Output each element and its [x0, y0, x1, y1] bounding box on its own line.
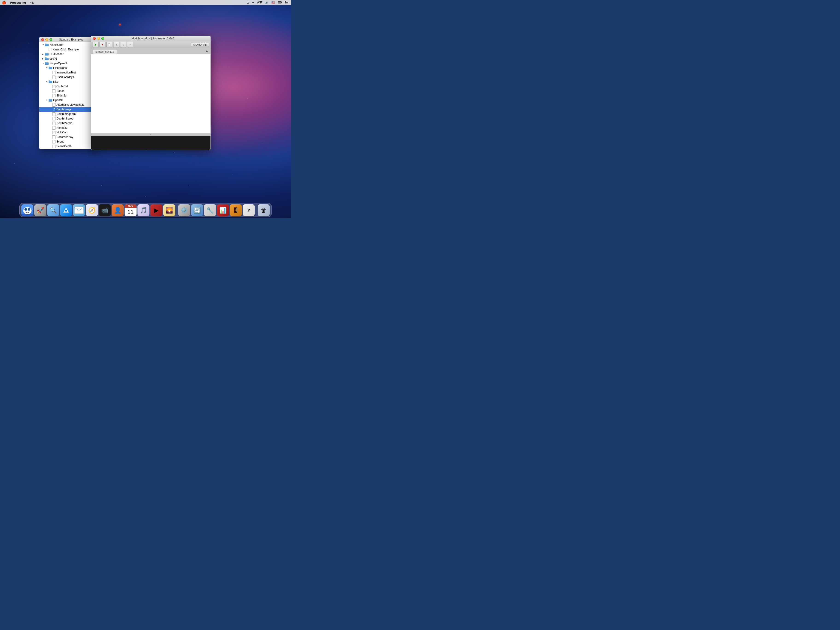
menubar-bluetooth: ✦: [252, 1, 254, 4]
tree-item-depthimagexml[interactable]: DepthImageXml: [39, 112, 99, 116]
tree-item-recorderplay[interactable]: RecorderPlay: [39, 135, 99, 139]
tree-item-oscp5[interactable]: ▶ oscP5: [39, 57, 99, 61]
dock-nuage[interactable]: 🎛: [230, 204, 242, 216]
svg-point-13: [65, 210, 67, 212]
tree-label-openni: OpenNI: [53, 99, 63, 102]
tree-item-alternativeviewpoint3c[interactable]: AlternativeViewpoint3c: [39, 103, 99, 107]
menubar-app-name[interactable]: Processing: [10, 1, 26, 5]
dock-itunes[interactable]: 🎵: [137, 204, 150, 216]
tree-item-openni[interactable]: ▼ OpenNI: [39, 98, 99, 103]
tree-item-simpleopenni[interactable]: ▼ SimpleOpenNI: [39, 61, 99, 66]
dock-separator-2: [256, 205, 256, 215]
tree-item-scenedepth[interactable]: SceneDepth: [39, 144, 99, 148]
tree-item-hands3d[interactable]: Hands3d: [39, 125, 99, 130]
ide-console: [91, 136, 210, 150]
dock-finder[interactable]: [21, 204, 33, 216]
ide-tab-sketch[interactable]: sketch_nov11a: [93, 49, 117, 54]
examples-tree: ▼ KinectOrbit KinectOrbit_Example ▶ OBJL…: [39, 42, 99, 149]
dock-trash[interactable]: 🗑: [258, 204, 270, 216]
open-button[interactable]: ↑: [113, 42, 119, 47]
tree-label-oscp5: oscP5: [49, 57, 57, 60]
tree-label-usercoordsys: UserCoordsys: [57, 76, 74, 79]
tree-item-multicam[interactable]: MultiCam: [39, 130, 99, 135]
tree-label-alternativeviewpoint3c: AlternativeViewpoint3c: [57, 103, 84, 106]
file-icon-intersectiontest: [52, 71, 55, 74]
ide-close-button[interactable]: [93, 37, 96, 40]
dock-sysprefs[interactable]: ⚙️: [178, 204, 190, 216]
tree-label-kinectorbit: KinectOrbit: [49, 43, 63, 46]
tree-label-multicam: MultiCam: [57, 131, 68, 134]
arrow-nite: ▼: [46, 81, 49, 83]
tree-label-hands: Hands: [57, 89, 65, 93]
dock-processing[interactable]: P: [243, 204, 255, 216]
mode-badge[interactable]: STANDARD: [191, 43, 209, 47]
tree-label-extensions: Extensions: [53, 66, 67, 69]
dock-iphoto[interactable]: 🌄: [163, 204, 175, 216]
calendar-widget: NOV 11: [125, 204, 137, 216]
tree-item-kinectorbit-example[interactable]: KinectOrbit_Example: [39, 47, 99, 52]
tree-item-depthimage[interactable]: DepthImage: [39, 107, 99, 112]
folder-icon-objloader: [45, 53, 49, 55]
arrow-extensions: ▼: [46, 67, 49, 69]
menubar-file[interactable]: File: [30, 1, 35, 5]
arrow-simpleopenni: ▼: [42, 62, 45, 65]
close-button[interactable]: [41, 38, 44, 41]
tree-item-hands[interactable]: Hands: [39, 88, 99, 93]
tree-item-depthinfrared[interactable]: DepthInfrared: [39, 116, 99, 121]
tree-item-intersectiontest[interactable]: IntersectionTest: [39, 70, 99, 75]
dock-instastats[interactable]: 📊: [217, 204, 229, 216]
tree-item-extensions[interactable]: ▼ Extensions: [39, 66, 99, 70]
tree-item-slider2d[interactable]: Slider2d: [39, 93, 99, 98]
ide-editor[interactable]: [91, 54, 210, 133]
dock-dvd[interactable]: ▶: [150, 204, 162, 216]
folder-icon-nite: [49, 81, 52, 83]
ide-tab-arrow[interactable]: ▶: [204, 49, 209, 54]
tree-label-intersectiontest: IntersectionTest: [57, 71, 76, 74]
ide-tabs: sketch_nov11a ▶: [91, 48, 210, 54]
dock-preview[interactable]: 🔍: [47, 204, 59, 216]
file-icon-scene: [52, 140, 55, 144]
tree-item-scene[interactable]: Scene: [39, 139, 99, 144]
tree-item-circlectrl[interactable]: CircleCtrl: [39, 84, 99, 88]
menubar: 🍎 Processing File ◷ ✦ WiFi 🔊 🇺🇸 ⌨ Sun: [0, 0, 291, 5]
tree-item-nite[interactable]: ▼ Nite: [39, 79, 99, 84]
export-button[interactable]: →: [127, 42, 133, 47]
tree-label-recorderplay: RecorderPlay: [57, 136, 73, 139]
tree-label-simpleopenni: SimpleOpenNI: [49, 62, 68, 65]
svg-point-12: [29, 209, 30, 210]
tree-item-objloader[interactable]: ▶ OBJLoader: [39, 52, 99, 57]
file-icon-circlectrl: [52, 85, 55, 88]
stop-button[interactable]: ■: [99, 42, 106, 47]
tree-item-usercoordsys[interactable]: UserCoordsys: [39, 75, 99, 79]
tree-label-kinectorbit-example: KinectOrbit_Example: [53, 48, 79, 51]
dock-facetime[interactable]: 📹: [99, 204, 111, 216]
file-icon-depthimage: [52, 108, 55, 111]
dock-calendar[interactable]: NOV 11: [125, 204, 137, 216]
file-icon-depthimagexml: [52, 112, 55, 116]
dock-migration[interactable]: 🔄: [191, 204, 203, 216]
dock-separator: [177, 205, 177, 215]
folder-icon-simpleopenni: [45, 62, 49, 65]
folder-icon-kinectorbit: [45, 44, 49, 46]
save-button[interactable]: ↓: [120, 42, 126, 47]
new-button[interactable]: [106, 42, 112, 47]
tree-item-depthmap3d[interactable]: DepthMap3d: [39, 121, 99, 125]
arrow-oscp5: ▶: [42, 58, 45, 60]
run-button[interactable]: ▶: [93, 42, 99, 47]
ide-divider: [91, 133, 210, 136]
svg-rect-4: [21, 214, 33, 216]
dock-appstore[interactable]: [60, 204, 72, 216]
tree-label-hands3d: Hands3d: [57, 126, 68, 129]
dock-mail[interactable]: [73, 204, 85, 216]
dock-safari[interactable]: 🧭: [86, 204, 98, 216]
dock-launchpad[interactable]: 🚀: [34, 204, 46, 216]
file-icon-scenedepth: [52, 145, 55, 148]
tree-label-circlectrl: CircleCtrl: [57, 85, 68, 88]
tree-item-kinectorbit[interactable]: ▼ KinectOrbit: [39, 43, 99, 47]
folder-icon-openni: [49, 99, 52, 101]
dock-utilities[interactable]: 🔧: [204, 204, 216, 216]
menubar-time-machine: ◷: [247, 1, 249, 4]
dock-contacts[interactable]: 👤: [112, 204, 124, 216]
menubar-wifi: WiFi: [257, 1, 262, 4]
apple-menu[interactable]: 🍎: [2, 0, 6, 5]
